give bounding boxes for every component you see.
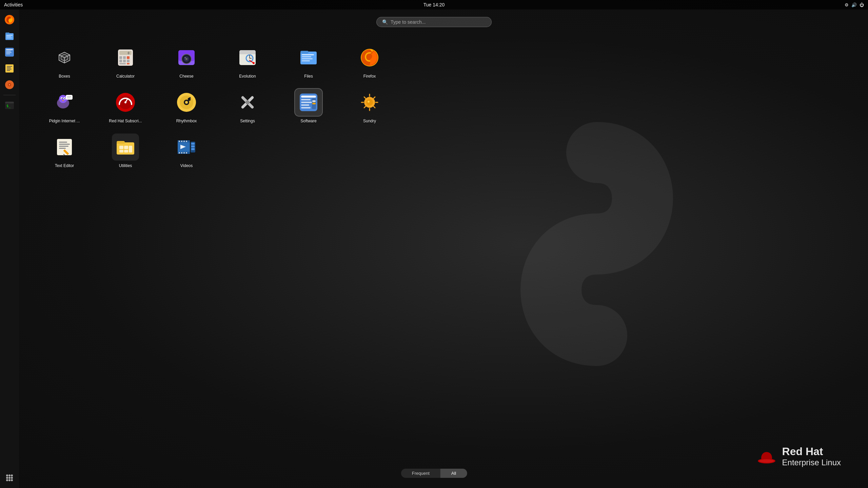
svg-point-82 (124, 101, 126, 103)
app-item-software[interactable]: Software (292, 89, 326, 123)
firefox-label: Firefox (363, 74, 376, 79)
svg-rect-41 (123, 56, 126, 59)
svg-rect-64 (302, 56, 311, 57)
rhel-logo: Red Hat Enterprise Linux (756, 445, 841, 468)
topbar: Activities Tue 14:20 ⚙ 🔊 ⏻ (0, 0, 868, 9)
svg-rect-123 (129, 146, 132, 152)
firefox-icon-bg (356, 44, 383, 71)
appgrid-dock-icon (4, 472, 15, 483)
rhel-line1: Red Hat (782, 445, 841, 458)
software-label: Software (300, 119, 316, 123)
bottom-tabs: Frequent All (401, 469, 467, 478)
svg-rect-16 (7, 70, 10, 71)
dock-item-disk[interactable] (2, 77, 17, 92)
software-icon-bg (295, 89, 322, 116)
app-item-rhythmbox[interactable]: Rhythmbox (170, 89, 203, 123)
svg-rect-114 (59, 148, 66, 149)
app-item-redhat-subscri[interactable]: Red Hat Subscri... (108, 89, 142, 123)
svg-point-60 (253, 62, 255, 64)
dock-item-terminal[interactable]: $_ (2, 98, 17, 113)
app-item-boxes[interactable]: Boxes (47, 44, 81, 79)
svg-rect-110 (57, 139, 72, 155)
rhythmbox-icon-bg (173, 89, 200, 116)
app-item-settings[interactable]: Settings (231, 89, 264, 123)
files-dock-icon (4, 30, 15, 41)
svg-rect-118 (117, 141, 125, 144)
redhat-icon (115, 92, 136, 113)
search-bar[interactable]: 🔍 (376, 17, 492, 27)
text-editor-label: Text Editor (55, 163, 74, 168)
dock-item-appgrid[interactable] (2, 470, 17, 485)
svg-line-104 (364, 97, 366, 98)
svg-point-52 (185, 58, 188, 60)
app-item-files[interactable]: Files (292, 44, 326, 79)
svg-rect-3 (5, 33, 9, 35)
network-icon[interactable]: ⚙ (845, 2, 849, 7)
software-icon (298, 92, 319, 113)
svg-rect-56 (239, 52, 256, 54)
dock-item-software[interactable] (2, 45, 17, 60)
cheese-label: Cheese (179, 74, 193, 79)
svg-point-89 (245, 100, 250, 104)
utilities-icon (115, 136, 136, 158)
app-item-pidgin[interactable]: Pidgin Internet ... (47, 89, 81, 123)
svg-rect-138 (191, 145, 195, 147)
clock: Tue 14:20 (423, 2, 445, 7)
svg-rect-139 (191, 148, 195, 150)
svg-rect-14 (7, 67, 11, 68)
firefox-dock-icon (4, 14, 15, 25)
svg-rect-133 (183, 152, 185, 154)
cheese-icon (176, 47, 197, 68)
redhat-label: Red Hat Subscri... (109, 119, 142, 123)
svg-line-106 (374, 97, 375, 98)
app-item-text-editor[interactable]: Text Editor (47, 134, 81, 168)
search-input[interactable] (391, 19, 486, 25)
dock-item-notes[interactable] (2, 61, 17, 76)
files-icon-bg (295, 44, 322, 71)
volume-icon[interactable]: 🔊 (851, 2, 857, 7)
svg-rect-15 (7, 69, 12, 69)
svg-point-29 (6, 479, 8, 481)
app-item-evolution[interactable]: Evolution (231, 44, 264, 79)
activities-button[interactable]: Activities (4, 2, 23, 7)
videos-icon (176, 136, 197, 158)
redhat-icon-bg (112, 89, 139, 116)
search-icon: 🔍 (382, 19, 388, 25)
tab-all[interactable]: All (440, 469, 467, 478)
evolution-icon-bg (234, 44, 261, 71)
svg-rect-131 (179, 152, 180, 154)
app-item-videos[interactable]: Videos (170, 134, 203, 168)
svg-rect-95 (301, 107, 311, 108)
app-item-utilities[interactable]: Utilities (108, 134, 142, 168)
svg-line-107 (364, 106, 366, 108)
svg-point-86 (185, 101, 188, 104)
svg-rect-91 (301, 96, 316, 98)
svg-rect-46 (119, 63, 126, 64)
svg-rect-65 (302, 58, 313, 59)
svg-rect-47 (127, 63, 130, 64)
utilities-icon-bg (112, 134, 139, 161)
sundry-icon (359, 92, 380, 113)
tab-frequent[interactable]: Frequent (401, 469, 440, 478)
svg-rect-121 (119, 150, 123, 152)
app-item-firefox[interactable]: Firefox (353, 44, 387, 79)
svg-rect-43 (119, 60, 122, 62)
app-item-calculator[interactable]: 0 Calculator (108, 44, 142, 79)
app-item-sundry[interactable]: Sundry (353, 89, 387, 123)
dock-item-files[interactable] (2, 28, 17, 43)
terminal-dock-icon: $_ (4, 100, 15, 111)
power-icon[interactable]: ⏻ (860, 2, 864, 7)
svg-rect-113 (59, 146, 68, 147)
svg-rect-63 (302, 54, 314, 55)
app-item-cheese[interactable]: Cheese (170, 44, 203, 79)
dock-item-firefox[interactable] (2, 12, 17, 27)
svg-rect-5 (6, 36, 11, 37)
svg-rect-9 (6, 51, 11, 52)
sundry-icon-bg (356, 89, 383, 116)
calculator-icon: 0 (115, 47, 136, 68)
svg-rect-11 (6, 54, 10, 54)
svg-rect-98 (312, 103, 316, 104)
app-grid: Boxes 0 Calculator (27, 37, 868, 175)
notes-dock-icon (4, 63, 15, 74)
videos-label: Videos (180, 163, 193, 168)
